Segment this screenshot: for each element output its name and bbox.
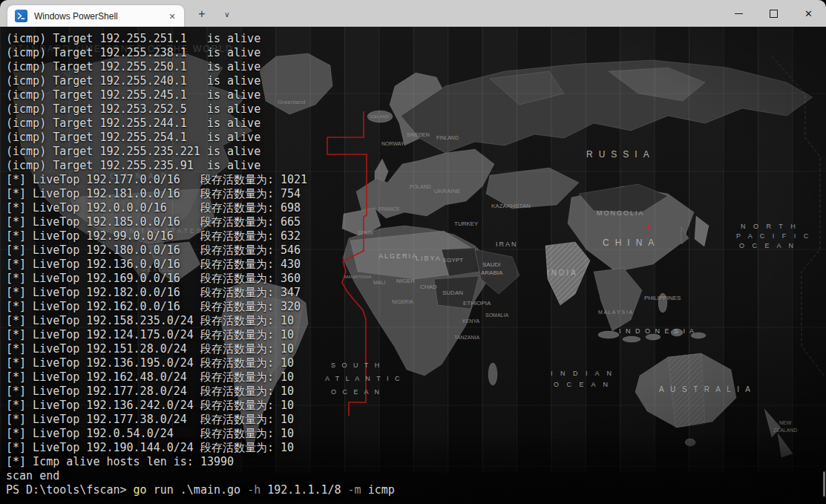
terminal-line: (icmp) Target 192.255.240.1 is alive: [6, 74, 826, 88]
minimize-icon: [735, 13, 743, 14]
terminal-line: [*] LiveTop 192.158.235.0/24 段存活数量为: 10: [6, 314, 826, 328]
maximize-button[interactable]: [756, 0, 791, 27]
tab-dropdown-button[interactable]: ∨: [217, 6, 237, 22]
terminal-viewport[interactable]: STANDARD TIME ZONES OF THE WORLD Greenla…: [0, 27, 826, 504]
terminal-line: [*] LiveTop 192.185.0.0/16 段存活数量为: 665: [6, 215, 826, 229]
terminal-output: (icmp) Target 192.255.251.1 is alive(icm…: [0, 27, 826, 504]
terminal-line: [*] Icmp alive hosts len is: 13990: [6, 455, 826, 469]
terminal-window: Windows PowerShell ✕ + ∨ ✕: [0, 0, 826, 504]
terminal-line: [*] LiveTop 192.169.0.0/16 段存活数量为: 360: [6, 272, 826, 286]
terminal-line: (icmp) Target 192.255.250.1 is alive: [6, 60, 826, 74]
terminal-line: [*] LiveTop 192.151.28.0/24 段存活数量为: 10: [6, 342, 826, 356]
maximize-icon: [770, 10, 778, 18]
terminal-line: (icmp) Target 192.255.235.221 is alive: [6, 145, 826, 159]
close-button[interactable]: ✕: [791, 0, 826, 27]
terminal-line: [*] LiveTop 192.124.175.0/24 段存活数量为: 10: [6, 328, 826, 342]
tab-windows-powershell[interactable]: Windows PowerShell ✕: [7, 5, 184, 27]
terminal-line: (icmp) Target 192.255.251.1 is alive: [6, 32, 826, 46]
terminal-line: (icmp) Target 192.253.252.5 is alive: [6, 102, 826, 117]
terminal-line: [*] LiveTop 192.162.48.0/24 段存活数量为: 10: [6, 370, 826, 384]
terminal-line: [*] LiveTop 192.182.0.0/16 段存活数量为: 347: [6, 286, 826, 300]
terminal-line: scan end: [6, 469, 826, 483]
terminal-line: PS D:\tools\fscan> go run .\main.go -h 1…: [6, 483, 826, 497]
terminal-line: [*] LiveTop 192.0.0.0/16 段存活数量为: 698: [6, 201, 826, 215]
terminal-line: [*] LiveTop 192.136.242.0/24 段存活数量为: 10: [6, 399, 826, 413]
terminal-line: [*] LiveTop 192.177.38.0/24 段存活数量为: 10: [6, 413, 826, 427]
terminal-line: (icmp) Target 192.255.254.1 is alive: [6, 131, 826, 145]
terminal-line: (icmp) Target 192.255.235.91 is alive: [6, 159, 826, 173]
minimize-button[interactable]: [721, 0, 756, 27]
terminal-line: [*] LiveTop 192.180.0.0/16 段存活数量为: 546: [6, 243, 826, 258]
scrollbar-thumb[interactable]: [823, 471, 825, 497]
window-controls: ✕: [721, 0, 826, 27]
terminal-line: [*] LiveTop 192.99.0.0/16 段存活数量为: 632: [6, 229, 826, 243]
terminal-line: (icmp) Target 192.255.245.1 is alive: [6, 88, 826, 102]
terminal-line: [*] LiveTop 192.0.54.0/24 段存活数量为: 10: [6, 427, 826, 441]
powershell-icon: [15, 10, 27, 22]
new-tab-button[interactable]: +: [191, 6, 212, 22]
terminal-line: (icmp) Target 192.255.238.1 is alive: [6, 46, 826, 60]
title-bar[interactable]: Windows PowerShell ✕ + ∨ ✕: [0, 0, 826, 27]
terminal-line: [*] LiveTop 192.181.0.0/16 段存活数量为: 754: [6, 187, 826, 201]
tab-close-icon[interactable]: ✕: [165, 9, 180, 24]
tab-title: Windows PowerShell: [34, 11, 165, 22]
terminal-line: [*] LiveTop 192.177.0.0/16 段存活数量为: 1021: [6, 173, 826, 187]
terminal-line: [*] LiveTop 192.136.0.0/16 段存活数量为: 430: [6, 258, 826, 272]
terminal-line: [*] LiveTop 192.190.144.0/24 段存活数量为: 10: [6, 441, 826, 455]
terminal-line: (icmp) Target 192.255.244.1 is alive: [6, 117, 826, 131]
terminal-line: [*] LiveTop 192.162.0.0/16 段存活数量为: 320: [6, 300, 826, 314]
terminal-line: [*] LiveTop 192.136.195.0/24 段存活数量为: 10: [6, 356, 826, 370]
terminal-line: [*] LiveTop 192.177.28.0/24 段存活数量为: 10: [6, 384, 826, 399]
